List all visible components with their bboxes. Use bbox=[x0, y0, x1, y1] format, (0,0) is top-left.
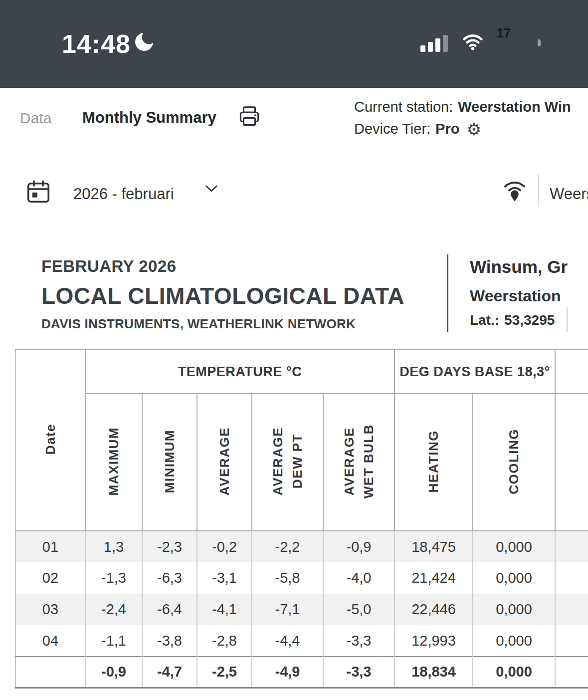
cutoff-cell bbox=[555, 657, 588, 688]
column-header-row: MAXIMUM MINIMUM AVERAGE AVERAGE DEW PT A… bbox=[15, 394, 588, 531]
screen: 14:48 17 Data Monthly Summary bbox=[0, 0, 588, 700]
print-button[interactable] bbox=[237, 105, 261, 129]
value-cell: 0,000 bbox=[473, 625, 555, 657]
date-cell: 03 bbox=[15, 594, 85, 625]
value-cell: -3,3 bbox=[323, 625, 394, 657]
value-cell: -3,8 bbox=[142, 625, 197, 657]
summary-row: -0,9 -4,7 -2,5 -4,9 -3,3 18,834 0,000 bbox=[15, 657, 588, 688]
cutoff-group-cell bbox=[555, 350, 588, 394]
table-row: 04 -1,1 -3,8 -2,8 -4,4 -3,3 12,993 0,000 bbox=[15, 625, 588, 657]
value-cell: 0,000 bbox=[473, 562, 555, 594]
column-header-minimum: MINIMUM bbox=[142, 394, 197, 531]
column-header-average: AVERAGE bbox=[197, 394, 252, 531]
report-location: Winsum, Gr bbox=[470, 257, 568, 277]
value-cell: -6,3 bbox=[142, 562, 197, 594]
summary-date-cell bbox=[15, 657, 85, 688]
wifi-location-icon[interactable] bbox=[500, 176, 529, 207]
cutoff-cell bbox=[555, 562, 588, 594]
value-cell: -2,4 bbox=[85, 594, 142, 625]
date-cell: 04 bbox=[15, 625, 85, 657]
value-cell: 0,000 bbox=[473, 594, 555, 625]
value-cell: -2,3 bbox=[142, 531, 197, 562]
date-header-label: Date bbox=[41, 424, 60, 455]
summary-value-cell: -4,7 bbox=[142, 657, 197, 688]
clock-time: 14:48 bbox=[62, 29, 131, 59]
toolbar-divider bbox=[538, 174, 539, 207]
summary-value-cell: 0,000 bbox=[473, 657, 555, 688]
group-header-temperature: TEMPERATURE °C bbox=[85, 350, 394, 394]
current-station-value: Weerstation Win bbox=[458, 99, 571, 115]
station-info: Current station:Weerstation Win Device T… bbox=[354, 96, 588, 141]
latitude-value: 53,3295 bbox=[504, 312, 555, 328]
station-selector[interactable]: Weers bbox=[550, 185, 588, 203]
device-tier-line: Device Tier:Pro⚙ bbox=[354, 118, 588, 141]
value-cell: 21,424 bbox=[394, 562, 473, 594]
cutoff-header-cell bbox=[555, 394, 588, 531]
value-cell: -4,4 bbox=[252, 625, 323, 657]
value-cell: -7,1 bbox=[252, 594, 323, 625]
cutoff-cell bbox=[555, 594, 588, 625]
device-tier-value: Pro bbox=[435, 121, 459, 137]
value-cell: -0,2 bbox=[197, 531, 252, 562]
climatological-data-table: Date TEMPERATURE °C DEG DAYS BASE 18,3° … bbox=[15, 349, 588, 689]
column-header-average-dew-pt: AVERAGE DEW PT bbox=[252, 394, 323, 531]
period-selector[interactable]: 2026 - februari bbox=[73, 185, 174, 203]
value-cell: 18,475 bbox=[394, 531, 473, 562]
value-cell: -5,8 bbox=[252, 562, 323, 594]
date-column-header: Date bbox=[15, 350, 85, 531]
column-header-heating: HEATING bbox=[394, 394, 473, 531]
report-station-name: Weerstation bbox=[470, 287, 561, 305]
report-latitude: Lat.:53,3295 bbox=[470, 312, 555, 328]
value-cell: -1,3 bbox=[85, 562, 142, 594]
table-row: 03 -2,4 -6,4 -4,1 -7,1 -5,0 22,446 0,000 bbox=[15, 594, 588, 625]
device-tier-label: Device Tier: bbox=[354, 121, 430, 137]
cutoff-cell bbox=[555, 625, 588, 657]
report-subtitle: DAVIS INSTRUMENTS, WEATHERLINK NETWORK bbox=[41, 316, 356, 332]
value-cell: -4,0 bbox=[323, 562, 394, 594]
tab-data[interactable]: Data bbox=[20, 110, 51, 127]
value-cell: -5,0 bbox=[323, 594, 394, 625]
title-divider bbox=[447, 254, 448, 332]
cutoff-cell bbox=[555, 531, 588, 562]
summary-value-cell: -0,9 bbox=[85, 657, 142, 688]
cellular-signal-icon bbox=[420, 35, 448, 52]
value-cell: 22,446 bbox=[394, 594, 473, 625]
value-cell: 0,000 bbox=[473, 531, 555, 562]
value-cell: -1,1 bbox=[85, 625, 142, 657]
value-cell: -6,4 bbox=[142, 594, 197, 625]
tab-monthly-summary[interactable]: Monthly Summary bbox=[82, 109, 216, 127]
status-bar: 14:48 17 bbox=[0, 0, 588, 88]
toolbar: 2026 - februari Weers bbox=[0, 160, 588, 235]
column-header-average-wet-bulb: AVERAGE WET BULB bbox=[323, 394, 394, 531]
group-header-row: Date TEMPERATURE °C DEG DAYS BASE 18,3° bbox=[15, 350, 588, 394]
value-cell: -3,1 bbox=[197, 562, 252, 594]
column-header-maximum: MAXIMUM bbox=[85, 394, 142, 531]
summary-value-cell: -4,9 bbox=[252, 657, 323, 688]
latitude-label: Lat.: bbox=[470, 312, 499, 328]
latitude-divider bbox=[567, 307, 568, 332]
column-header-cooling: COOLING bbox=[473, 394, 555, 531]
report-title: LOCAL CLIMATOLOGICAL DATA bbox=[41, 282, 404, 309]
group-header-deg-days: DEG DAYS BASE 18,3° bbox=[394, 350, 555, 394]
table-row: 02 -1,3 -6,3 -3,1 -5,8 -4,0 21,424 0,000 bbox=[15, 562, 588, 594]
summary-value-cell: 18,834 bbox=[394, 657, 473, 688]
date-cell: 01 bbox=[15, 531, 85, 562]
battery-icon: 17 bbox=[499, 33, 537, 53]
chevron-down-icon[interactable] bbox=[204, 184, 218, 195]
value-cell: 1,3 bbox=[85, 531, 142, 562]
wifi-icon bbox=[459, 31, 487, 55]
table-row: 01 1,3 -2,3 -0,2 -2,2 -0,9 18,475 0,000 bbox=[15, 531, 588, 562]
value-cell: 12,993 bbox=[394, 625, 473, 657]
value-cell: -4,1 bbox=[197, 594, 252, 625]
value-cell: -2,2 bbox=[252, 531, 323, 562]
current-station-label: Current station: bbox=[354, 99, 453, 115]
summary-value-cell: -3,3 bbox=[323, 657, 394, 688]
calendar-icon[interactable] bbox=[25, 178, 52, 207]
date-cell: 02 bbox=[15, 562, 85, 594]
summary-value-cell: -2,5 bbox=[197, 657, 252, 688]
app-header: Data Monthly Summary Current station:Wee… bbox=[0, 88, 588, 160]
battery-nub bbox=[538, 39, 541, 46]
value-cell: -2,8 bbox=[197, 625, 252, 657]
gear-icon[interactable]: ⚙ bbox=[466, 119, 481, 141]
current-station-line: Current station:Weerstation Win bbox=[354, 96, 588, 118]
